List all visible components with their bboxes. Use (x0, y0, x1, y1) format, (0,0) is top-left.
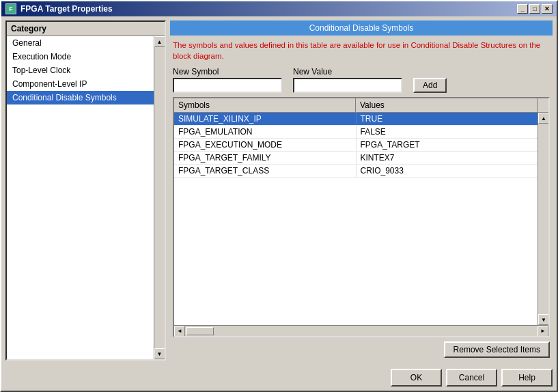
table-row[interactable]: FPGA_TARGET_CLASS CRIO_9033 (174, 165, 538, 178)
bottom-actions: Remove Selected Items (170, 337, 553, 361)
main-window: F FPGA Target Properties _ □ ✕ Category … (0, 0, 558, 392)
cell-symbol: FPGA_EMULATION (174, 126, 357, 138)
sidebar-item-execution-mode[interactable]: Execution Mode (7, 50, 154, 64)
table-scroll-track (538, 124, 548, 314)
minimize-button[interactable]: _ (517, 4, 528, 14)
table-scroll-down[interactable]: ▼ (538, 314, 548, 325)
left-panel: Category General Execution Mode Top-Leve… (5, 20, 166, 361)
cell-symbol: FPGA_TARGET_CLASS (174, 165, 357, 177)
scroll-down-button[interactable]: ▼ (154, 348, 165, 359)
title-bar: F FPGA Target Properties _ □ ✕ (1, 1, 557, 16)
cell-value: FALSE (357, 126, 538, 138)
scroll-up-button[interactable]: ▲ (154, 36, 165, 47)
form-row: New Symbol New Value Add (170, 67, 553, 97)
table-row[interactable]: FPGA_TARGET_FAMILY KINTEX7 (174, 152, 538, 165)
description-text: The symbols and values defined in this t… (170, 40, 553, 67)
cell-value: KINTEX7 (357, 152, 538, 164)
table-body: SIMULATE_XILINX_IP TRUE FPGA_EMULATION F… (174, 113, 538, 325)
new-value-label: New Value (293, 67, 402, 76)
sidebar-item-component-level-ip[interactable]: Component-Level IP (7, 77, 154, 91)
close-button[interactable]: ✕ (542, 4, 553, 14)
window-icon: F (5, 3, 16, 14)
remove-selected-button[interactable]: Remove Selected Items (444, 341, 550, 358)
table-scroll-thumb[interactable] (186, 327, 214, 335)
sidebar-item-conditional-disable[interactable]: Conditional Disable Symbols (7, 91, 154, 104)
cell-value: CRIO_9033 (357, 165, 538, 177)
cell-value: FPGA_TARGET (357, 139, 538, 151)
sidebar-scrollbar: ▲ ▼ (154, 36, 165, 359)
table-header: Symbols Values (174, 98, 548, 113)
add-button[interactable]: Add (413, 78, 447, 93)
window-title: FPGA Target Properties (20, 4, 113, 14)
table-row[interactable]: FPGA_EMULATION FALSE (174, 126, 538, 139)
table-scroll-up[interactable]: ▲ (538, 113, 548, 124)
cell-symbol: SIMULATE_XILINX_IP (174, 113, 357, 125)
scroll-track (154, 47, 165, 348)
new-value-group: New Value (293, 67, 402, 93)
table-scroll-right[interactable]: ► (538, 326, 548, 337)
table-row[interactable]: FPGA_EXECUTION_MODE FPGA_TARGET (174, 139, 538, 152)
symbols-table: Symbols Values SIMULATE_XILINX_IP TRUE F… (173, 97, 550, 337)
column-header-values: Values (356, 98, 538, 112)
cancel-button[interactable]: Cancel (446, 369, 497, 387)
footer-buttons: OK Cancel Help (1, 365, 557, 391)
new-value-input[interactable] (293, 78, 402, 93)
column-header-symbols: Symbols (174, 98, 356, 112)
ok-button[interactable]: OK (391, 369, 442, 387)
table-scrollbar-h: ◄ ► (174, 325, 548, 336)
window-body: Category General Execution Mode Top-Leve… (1, 16, 557, 365)
category-header: Category (7, 22, 165, 36)
new-symbol-group: New Symbol (173, 67, 282, 93)
right-panel: Conditional Disable Symbols The symbols … (170, 20, 553, 361)
table-scroll-left[interactable]: ◄ (174, 326, 185, 337)
maximize-button[interactable]: □ (529, 4, 540, 14)
cell-symbol: FPGA_EXECUTION_MODE (174, 139, 357, 151)
cell-value: TRUE (357, 113, 538, 125)
table-row[interactable]: SIMULATE_XILINX_IP TRUE (174, 113, 538, 126)
cell-symbol: FPGA_TARGET_FAMILY (174, 152, 357, 164)
section-title: Conditional Disable Symbols (170, 20, 553, 36)
sidebar-item-general[interactable]: General (7, 36, 154, 50)
help-button[interactable]: Help (501, 369, 553, 387)
new-symbol-input[interactable] (173, 78, 282, 93)
table-scrollbar-v: ▲ ▼ (538, 113, 548, 325)
sidebar-item-top-level-clock[interactable]: Top-Level Clock (7, 64, 154, 77)
new-symbol-label: New Symbol (173, 67, 282, 76)
category-list: General Execution Mode Top-Level Clock C… (7, 36, 154, 359)
